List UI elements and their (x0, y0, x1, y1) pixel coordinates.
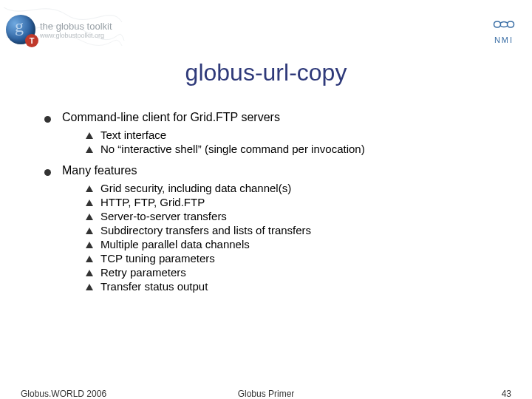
sub-bullet-item: Subdirectory transfers and lists of tran… (86, 224, 502, 236)
globus-logo: T the globus toolkit www.globustoolkit.o… (6, 15, 112, 44)
sub-bullet-item: Text interface (86, 129, 502, 141)
brand-name: the globus toolkit (40, 21, 112, 32)
sub-bullet-label: Multiple parallel data channels (100, 238, 250, 250)
bullet-label: Many features (62, 164, 137, 177)
brand-url: www.globustoolkit.org (40, 32, 112, 39)
sub-bullet-item: Grid security, including data channel(s) (86, 182, 502, 194)
nmi-logo: NMI (491, 16, 517, 44)
sub-bullet-item: HTTP, FTP, Grid.FTP (86, 196, 502, 208)
page-title: globus-url-copy (0, 59, 532, 86)
sub-bullet-item: Transfer status output (86, 280, 502, 293)
sub-bullet-label: HTTP, FTP, Grid.FTP (100, 196, 205, 208)
globe-icon: T (6, 15, 35, 44)
sub-bullet-item: TCP tuning parameters (86, 252, 502, 265)
bullet-label: Command-line client for Grid.FTP servers (62, 111, 280, 123)
sub-bullet-label: Text interface (100, 129, 166, 141)
sub-bullet-label: No “interactive shell” (single command p… (100, 143, 365, 155)
sub-bullet-item: Multiple parallel data channels (86, 238, 502, 250)
sub-bullet-label: TCP tuning parameters (100, 252, 215, 265)
sub-bullet-item: Retry parameters (86, 266, 502, 279)
sub-bullet-item: Server-to-server transfers (86, 210, 502, 222)
nmi-label: NMI (491, 35, 517, 44)
sub-bullet-label: Server-to-server transfers (100, 210, 227, 222)
logo-text: the globus toolkit www.globustoolkit.org (40, 21, 112, 39)
sub-bullet-item: No “interactive shell” (single command p… (86, 143, 502, 155)
nmi-icon (491, 16, 517, 35)
sub-bullet-label: Grid security, including data channel(s) (100, 182, 291, 194)
sub-bullet-label: Retry parameters (100, 266, 186, 279)
footer-center: Globus Primer (0, 389, 532, 399)
sub-bullet-label: Subdirectory transfers and lists of tran… (100, 224, 311, 236)
slide-content: Command-line client for Grid.FTP servers… (44, 111, 502, 297)
bullet-item: Command-line client for Grid.FTP servers… (44, 111, 502, 155)
bullet-item: Many features Grid security, including d… (44, 164, 502, 293)
footer-right: 43 (502, 389, 511, 399)
toolkit-badge-icon: T (25, 34, 38, 47)
sub-bullet-label: Transfer status output (100, 280, 208, 293)
